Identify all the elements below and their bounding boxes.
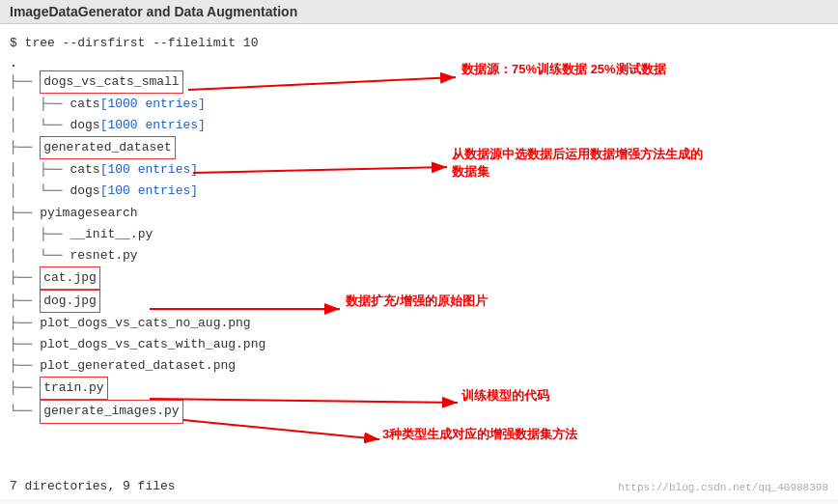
tree-prefix: ├── <box>10 137 40 158</box>
cmd-line: $ tree --dirsfirst --filelimit 10 <box>10 36 357 50</box>
tree-item-name: cats <box>70 94 99 115</box>
tree-item-name: dogs <box>70 181 99 202</box>
tree-prefix: │ └── <box>10 115 70 136</box>
tree-item-name: __init__.py <box>70 224 153 245</box>
tree-prefix: ├── <box>10 203 40 224</box>
tree-line: ├── train.py <box>10 377 357 400</box>
tree-item-name: dog.jpg <box>40 290 100 313</box>
header-title: ImageDataGenerator and Data Augmentation <box>10 4 297 19</box>
tree-line: ├── plot_dogs_vs_cats_with_aug.png <box>10 334 357 355</box>
tree-root: . <box>10 56 357 70</box>
tree-line: │ ├── cats [1000 entries] <box>10 94 357 115</box>
tree-item-name: train.py <box>40 377 107 400</box>
tree-item-name: plot_dogs_vs_cats_with_aug.png <box>40 334 265 355</box>
header: ImageDataGenerator and Data Augmentation <box>0 0 838 24</box>
tree-item-name: plot_dogs_vs_cats_no_aug.png <box>40 313 250 334</box>
tree-prefix: ├── <box>10 267 40 289</box>
tree-prefix: │ └── <box>10 181 70 202</box>
tree-line: │ └── dogs [100 entries] <box>10 181 357 202</box>
tree-section: $ tree --dirsfirst --filelimit 10 . ├── … <box>10 32 357 491</box>
annotation-2: 从数据源中选数据后运用数据增强方法生成的 数据集 <box>452 146 703 181</box>
tree-prefix: ├── <box>10 291 40 312</box>
tree-line: ├── plot_generated_dataset.png <box>10 355 357 377</box>
entry-count: [1000 entries] <box>100 94 206 115</box>
tree-line: ├── dogs_vs_cats_small <box>10 70 357 94</box>
entry-count: [100 entries] <box>100 159 198 181</box>
tree-prefix: ├── <box>10 313 40 334</box>
tree-prefix: ├── <box>10 378 40 399</box>
tree-item-name: dogs_vs_cats_small <box>40 70 182 94</box>
tree-prefix: │ ├── <box>10 159 70 181</box>
tree-line: ├── dog.jpg <box>10 290 357 313</box>
annotation-5: 3种类型生成对应的增强数据集方法 <box>382 426 577 443</box>
tree-item-name: cats <box>70 159 99 181</box>
tree-prefix: └── <box>10 401 40 422</box>
tree-line: ├── cat.jpg <box>10 266 357 290</box>
tree-item-name: cat.jpg <box>40 266 100 290</box>
tree-item-name: pyimagesearch <box>40 203 137 224</box>
tree-line: │ ├── cats [100 entries] <box>10 159 357 181</box>
tree-prefix: │ └── <box>10 245 70 266</box>
tree-line: │ ├── __init__.py <box>10 224 357 245</box>
tree-line: ├── plot_dogs_vs_cats_no_aug.png <box>10 313 357 334</box>
annotation-3: 数据扩充/增强的原始图片 <box>346 293 488 310</box>
tree-item-name: generated_dataset <box>40 136 176 159</box>
entry-count: [1000 entries] <box>100 115 206 136</box>
tree-line: ├── pyimagesearch <box>10 203 357 224</box>
tree-line: │ └── resnet.py <box>10 245 357 266</box>
watermark: https://blog.csdn.net/qq_40988398 <box>618 482 828 493</box>
tree-item-name: resnet.py <box>70 245 137 266</box>
tree-line: ├── generated_dataset <box>10 136 357 159</box>
footer: 7 directories, 9 files <box>10 479 176 493</box>
tree-prefix: ├── <box>10 71 40 93</box>
tree-item-name: dogs <box>70 115 99 136</box>
tree-prefix: ├── <box>10 334 40 355</box>
tree-prefix: ├── <box>10 355 40 377</box>
tree-prefix: │ ├── <box>10 94 70 115</box>
annotation-1: 数据源：75%训练数据 25%测试数据 <box>461 61 666 78</box>
entry-count: [100 entries] <box>100 181 198 202</box>
tree-item-name: generate_images.py <box>40 400 182 423</box>
tree-item-name: plot_generated_dataset.png <box>40 355 236 377</box>
tree-line: │ └── dogs [1000 entries] <box>10 115 357 136</box>
tree-line: └── generate_images.py <box>10 400 357 423</box>
tree-prefix: │ ├── <box>10 224 70 245</box>
annotation-4: 训练模型的代码 <box>461 387 549 405</box>
